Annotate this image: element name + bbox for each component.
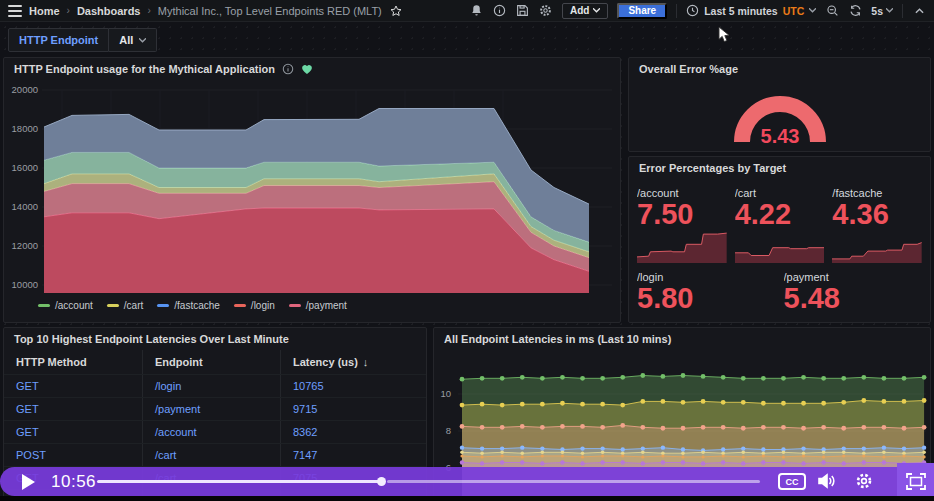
clock-icon bbox=[686, 4, 699, 17]
panel-overall-error-gauge: Overall Error %age 5.43 bbox=[628, 57, 931, 152]
bell-icon[interactable] bbox=[470, 4, 484, 18]
cell-method[interactable]: GET bbox=[4, 398, 142, 420]
cell-latency[interactable]: 8362 bbox=[280, 421, 426, 443]
captions-button[interactable]: CC bbox=[778, 473, 806, 490]
panel-info-icon[interactable] bbox=[282, 63, 294, 75]
table-row[interactable]: POST/cart7147 bbox=[4, 443, 426, 466]
breadcrumb-separator: › bbox=[67, 5, 70, 16]
time-range-picker[interactable]: Last 5 minutes UTC bbox=[686, 4, 816, 17]
column-header-latency[interactable]: Latency (us) ↓ bbox=[280, 350, 426, 374]
svg-text:18:07:00: 18:07:00 bbox=[240, 296, 275, 298]
panel-title-text: Top 10 Highest Endpoint Latencies Over L… bbox=[14, 333, 289, 345]
chevron-down-icon bbox=[809, 8, 816, 13]
error-stat-payment[interactable]: /payment5.48 bbox=[784, 265, 923, 323]
player-settings-icon[interactable] bbox=[855, 472, 873, 494]
svg-text:18:09:00: 18:09:00 bbox=[436, 296, 471, 298]
column-header-method[interactable]: HTTP Method bbox=[4, 350, 142, 374]
cell-method[interactable]: GET bbox=[4, 375, 142, 397]
cell-endpoint[interactable]: /account bbox=[142, 421, 280, 443]
save-icon[interactable] bbox=[516, 4, 530, 18]
seek-bar-thumb[interactable] bbox=[377, 477, 386, 486]
stat-sparkline bbox=[637, 229, 727, 263]
stat-value: 5.80 bbox=[637, 283, 776, 313]
legend-swatch bbox=[107, 304, 119, 308]
panel-header[interactable]: Overall Error %age bbox=[629, 58, 930, 80]
table-row[interactable]: GET/account8362 bbox=[4, 420, 426, 443]
panel-http-endpoint-usage: HTTP Endpoint usage for the Mythical App… bbox=[3, 57, 621, 323]
volume-button[interactable] bbox=[817, 472, 837, 494]
gear-icon[interactable] bbox=[539, 4, 553, 18]
svg-text:10000: 10000 bbox=[12, 279, 38, 290]
stat-value: 5.48 bbox=[784, 283, 923, 313]
table-header-row: HTTP Method Endpoint Latency (us) ↓ bbox=[4, 350, 426, 374]
panel-title-text: HTTP Endpoint usage for the Mythical App… bbox=[14, 63, 275, 75]
svg-text:18:06:00: 18:06:00 bbox=[142, 296, 177, 298]
cell-endpoint[interactable]: /payment bbox=[142, 398, 280, 420]
health-heart-icon bbox=[301, 64, 313, 75]
panel-title-text: All Endpoint Latencies in ms (Last 10 mi… bbox=[444, 333, 671, 345]
stacked-area-chart[interactable]: 20000180001600014000120001000018:05:0018… bbox=[4, 80, 620, 298]
error-stat-login[interactable]: /login5.80 bbox=[637, 265, 776, 323]
collapse-toolbar-icon[interactable] bbox=[912, 4, 926, 18]
playback-time: 10:56 bbox=[51, 472, 96, 492]
screen: Home › Dashboards › Mythical Inc., Top L… bbox=[0, 0, 934, 501]
stat-value: 4.36 bbox=[832, 199, 922, 229]
stat-label: /cart bbox=[735, 181, 825, 199]
svg-text:12000: 12000 bbox=[12, 240, 38, 251]
legend-label: /login bbox=[251, 300, 275, 311]
cell-endpoint[interactable]: /login bbox=[142, 375, 280, 397]
letterbox-strip bbox=[0, 496, 934, 501]
info-icon[interactable] bbox=[493, 4, 507, 18]
cell-endpoint[interactable]: /cart bbox=[142, 444, 280, 466]
top-navbar: Home › Dashboards › Mythical Inc., Top L… bbox=[0, 0, 934, 22]
breadcrumb-home[interactable]: Home bbox=[29, 5, 60, 17]
svg-text:18:06:30: 18:06:30 bbox=[191, 296, 226, 298]
refresh-icon[interactable] bbox=[848, 4, 862, 18]
zoom-out-icon[interactable] bbox=[825, 4, 839, 18]
legend-item[interactable]: /payment bbox=[289, 300, 347, 311]
legend-item[interactable]: /cart bbox=[107, 300, 143, 311]
cell-latency[interactable]: 7147 bbox=[280, 444, 426, 466]
svg-text:18:08:30: 18:08:30 bbox=[387, 296, 422, 298]
panel-header[interactable]: Top 10 Highest Endpoint Latencies Over L… bbox=[4, 328, 426, 350]
legend-label: /payment bbox=[306, 300, 347, 311]
cell-method[interactable]: POST bbox=[4, 444, 142, 466]
panel-error-percentages: Error Percentages by Target /account7.50… bbox=[628, 156, 931, 323]
hamburger-menu-icon[interactable] bbox=[8, 4, 22, 18]
sort-desc-icon: ↓ bbox=[363, 356, 369, 368]
panel-header[interactable]: All Endpoint Latencies in ms (Last 10 mi… bbox=[434, 328, 930, 350]
panel-header[interactable]: HTTP Endpoint usage for the Mythical App… bbox=[4, 58, 620, 80]
fullscreen-button[interactable] bbox=[897, 463, 934, 500]
stat-sparkline bbox=[832, 229, 922, 263]
fullscreen-icon bbox=[906, 473, 926, 490]
cell-method[interactable]: GET bbox=[4, 421, 142, 443]
play-button[interactable] bbox=[22, 474, 35, 490]
cell-latency[interactable]: 10765 bbox=[280, 375, 426, 397]
svg-text:18:08:00: 18:08:00 bbox=[338, 296, 373, 298]
refresh-interval-dropdown[interactable]: 5s bbox=[871, 5, 893, 17]
error-stat-account[interactable]: /account7.50 bbox=[637, 181, 727, 263]
star-icon[interactable] bbox=[389, 4, 403, 18]
legend-item[interactable]: /fastcache bbox=[157, 300, 220, 311]
table-row[interactable]: GET/login10765 bbox=[4, 374, 426, 397]
legend-item[interactable]: /account bbox=[38, 300, 93, 311]
chevron-down-icon bbox=[139, 38, 146, 43]
stat-value: 4.22 bbox=[735, 199, 825, 229]
error-stat-fastcache[interactable]: /fastcache4.36 bbox=[832, 181, 922, 263]
breadcrumb-separator: › bbox=[147, 5, 150, 16]
add-button[interactable]: Add bbox=[562, 3, 608, 19]
dashboard-canvas: HTTP Endpoint All HTTP Endpoint usage fo… bbox=[0, 22, 934, 501]
legend-item[interactable]: /login bbox=[234, 300, 275, 311]
chart-legend: /account/cart/fastcache/login/payment bbox=[4, 298, 620, 311]
variable-value-dropdown[interactable]: All bbox=[109, 28, 157, 52]
panel-header[interactable]: Error Percentages by Target bbox=[629, 157, 930, 179]
share-button[interactable]: Share bbox=[617, 3, 667, 19]
error-stat-cart[interactable]: /cart4.22 bbox=[735, 181, 825, 263]
column-header-endpoint[interactable]: Endpoint bbox=[142, 350, 280, 374]
breadcrumb-dashboards[interactable]: Dashboards bbox=[77, 5, 141, 17]
cell-latency[interactable]: 9715 bbox=[280, 398, 426, 420]
legend-label: /cart bbox=[124, 300, 143, 311]
seek-bar-played bbox=[97, 480, 381, 483]
table-row[interactable]: GET/payment9715 bbox=[4, 397, 426, 420]
seek-bar[interactable] bbox=[97, 480, 760, 483]
